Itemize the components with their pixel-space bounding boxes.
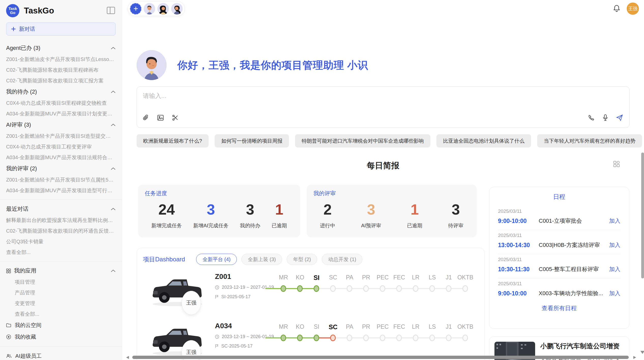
send-icon xyxy=(616,114,623,121)
schedule-event-title: X003-车辆动力学性能验... xyxy=(539,290,609,297)
hscroll-left-arrow[interactable] xyxy=(126,356,129,359)
horizontal-scrollbar[interactable] xyxy=(132,356,629,359)
milestone-dot xyxy=(297,335,303,341)
sidebar-item[interactable]: C02-飞腾新能源轻客改款项目立项汇报方案 xyxy=(6,75,116,86)
hscroll-right-arrow[interactable] xyxy=(633,356,636,359)
schedule-title: 日程 xyxy=(498,193,620,201)
sidebar-item[interactable]: Z001-全新燃油轻卡产品开发项目SI造型提交物评审 xyxy=(6,131,116,141)
divider xyxy=(0,261,122,261)
app-item-change-mgmt[interactable]: 变更管理 xyxy=(6,298,116,309)
agent-avatar[interactable] xyxy=(171,3,183,14)
my-review-card: 我的评审 2 进行中 3 AI预评审 1 已逾期 3 待评审 xyxy=(307,185,477,237)
section-my-apps[interactable]: 我的应用 xyxy=(6,265,116,277)
new-chat-button[interactable]: 新对话 xyxy=(6,22,116,36)
send-button[interactable] xyxy=(616,114,623,121)
recent-chat-item[interactable]: 解释最新出台的欧盟报废车法规再生塑料比例被调至15%... xyxy=(6,215,116,226)
divider xyxy=(0,199,122,200)
section-my-review[interactable]: 我的评审 (2) xyxy=(6,163,116,174)
vertical-scrollbar[interactable] xyxy=(641,153,644,278)
sidebar-item[interactable]: C0X4-动力总成开发项目工程变更评审 xyxy=(6,141,116,152)
join-meeting-button[interactable]: 加入 xyxy=(609,241,620,249)
schedule-event-title: C005-整车工程目标评审 xyxy=(539,265,609,273)
suggestion-chip[interactable]: 比亚迪全固态电池计划具体说了什么 xyxy=(436,134,531,147)
suggestion-chip[interactable]: 如何写一份清晰的项目周报 xyxy=(215,134,289,147)
screenshot-button[interactable] xyxy=(172,114,179,121)
vscroll-down-arrow[interactable] xyxy=(640,351,644,354)
milestone-dot xyxy=(429,285,435,292)
sidebar-item-ai-super-staff[interactable]: AI超级员工 xyxy=(6,350,116,360)
tab-powertrain[interactable]: 动总开发 (1) xyxy=(322,254,362,265)
sidebar-item[interactable]: Z001-全新燃油皮卡产品开发项目SI节点Lesson Learn报告 xyxy=(6,54,116,65)
sidebar-item[interactable]: A034-全新新能源MUV产品开发项目法规符合性评审 xyxy=(6,152,116,163)
recent-chat-item[interactable]: C02-飞腾新能源轻客改款项目的闭环通告反馈情况 xyxy=(6,226,116,236)
clock-icon xyxy=(215,335,219,339)
section-ai-review[interactable]: AI评审 (3) xyxy=(6,119,116,131)
image-icon xyxy=(157,115,164,121)
layout-switch-button[interactable] xyxy=(613,161,620,168)
sidebar-item[interactable]: C02-飞腾新能源轻客改款项目里程碑画布 xyxy=(6,65,116,75)
panel-toggle-icon xyxy=(107,7,115,14)
sidebar-item-cloud-space[interactable]: 我的云空间 xyxy=(6,319,116,331)
tab-model-year[interactable]: 年型 (2) xyxy=(287,254,317,265)
agent-avatar[interactable] xyxy=(144,3,155,14)
chevron-up-icon xyxy=(111,123,116,126)
microphone-button[interactable] xyxy=(603,114,608,121)
cloud-space-label: 我的云空间 xyxy=(15,322,41,329)
project-owner-badge: 王强 xyxy=(182,291,201,315)
news-title: 小鹏飞行汽车制造公司增资 xyxy=(540,342,624,351)
sidebar-item[interactable]: A034-全新新能源MUV产品开发项目造型可行性评审 xyxy=(6,185,116,196)
voice-call-button[interactable] xyxy=(588,114,595,121)
suggestion-chip[interactable]: 欧洲新规最近颁布了什么? xyxy=(137,134,209,147)
section-agent-done[interactable]: Agent已办 (3) xyxy=(6,42,116,54)
tab-new-body[interactable]: 全新上装 (3) xyxy=(241,254,282,265)
app-logo: Task Go xyxy=(6,4,19,17)
tab-new-platform[interactable]: 全新平台 (4) xyxy=(196,254,237,265)
quick-agents-pill xyxy=(128,1,185,16)
project-flag-date: SC-2025-05-17 xyxy=(215,343,274,349)
user-avatar[interactable]: 王强 xyxy=(627,3,639,15)
schedule-item: 2025/03/11 13:00-14:30 C003|H0B-方案冻结评审 加… xyxy=(498,230,620,254)
recent-chat-item[interactable]: 公司Q3轻卡销量 xyxy=(6,236,116,247)
project-row: 王强 A034 2023-12-19 ~ 2026-01-19 SC-2025-… xyxy=(143,320,479,360)
notifications-button[interactable] xyxy=(613,5,620,13)
milestone-dot xyxy=(281,285,286,292)
flag-icon xyxy=(215,344,219,348)
attach-file-button[interactable] xyxy=(143,114,149,121)
stat-overdue: 1 已逾期 xyxy=(407,200,422,229)
insert-image-button[interactable] xyxy=(157,115,164,121)
app-item-product-mgmt[interactable]: 产品管理 xyxy=(6,287,116,298)
suggestion-chip[interactable]: 当下年轻人对汽车外观有怎样的喜好趋势 xyxy=(537,134,642,147)
add-agent-button[interactable] xyxy=(130,3,141,14)
section-recent-chats[interactable]: 最近对话 xyxy=(6,203,116,215)
suggestion-chip[interactable]: 特朗普可能对进口汽车增税会对中国车企造成哪些影响 xyxy=(295,134,430,147)
sidebar-header: Task Go TaskGo xyxy=(6,4,116,18)
composer-toolbar xyxy=(143,114,623,121)
schedule-item: 2025/03/11 9:00-10:00 X003-车辆动力学性能验... 加… xyxy=(498,278,620,302)
sidebar-item-favorites[interactable]: 我的收藏 xyxy=(6,331,116,343)
view-all-schedules-link[interactable]: 查看所有日程 xyxy=(542,304,577,312)
view-all-chats-link[interactable]: 查看全部... xyxy=(6,247,116,258)
sidebar-item[interactable]: C0X4-动力总成开发项目SI里程碑提交物检查 xyxy=(6,98,116,108)
join-meeting-button[interactable]: 加入 xyxy=(609,265,620,273)
app-item-project-mgmt[interactable]: 项目管理 xyxy=(6,277,116,287)
chevron-up-icon xyxy=(111,90,116,93)
milestone-dot xyxy=(380,285,385,292)
join-meeting-button[interactable]: 加入 xyxy=(609,290,620,297)
sidebar-item[interactable]: Z001-全新燃油轻卡产品开发项目SI节点属性5D文件评审 xyxy=(6,174,116,185)
project-dates: 2023-12-19 ~ 2026-01-19 xyxy=(215,334,274,339)
chat-input[interactable] xyxy=(143,92,623,112)
sidebar-collapse-button[interactable] xyxy=(106,6,116,16)
schedule-time: 9:00-10:00 xyxy=(498,218,539,224)
milestone-dot xyxy=(281,335,286,341)
join-meeting-button[interactable]: 加入 xyxy=(609,217,620,225)
milestone-dot xyxy=(363,285,369,292)
milestone-dot xyxy=(413,285,418,292)
view-all-apps-link[interactable]: 查看全部... xyxy=(6,309,116,319)
section-my-todo[interactable]: 我的待办 (2) xyxy=(6,86,116,98)
schedule-date: 2025/03/11 xyxy=(498,233,620,238)
microphone-icon xyxy=(603,114,608,121)
milestone-dot xyxy=(462,285,468,292)
sidebar-item[interactable]: A034-全新新能源MUV产品开发项目计划变更表编写 xyxy=(6,108,116,119)
my-apps-label: 我的应用 xyxy=(14,267,36,275)
agent-avatar[interactable] xyxy=(157,3,169,14)
